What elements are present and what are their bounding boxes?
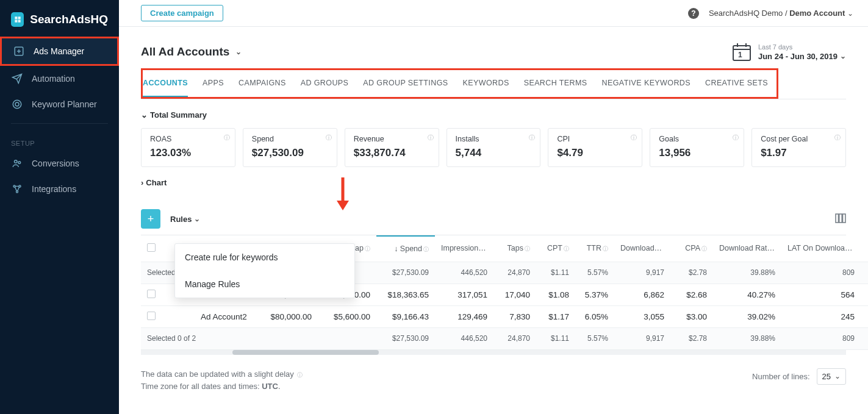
col-download-rate[interactable]: Download Rateⓘ xyxy=(713,236,781,262)
card-roas: ⓘROAS123.03% xyxy=(141,128,235,167)
row-checkbox[interactable] xyxy=(147,290,156,298)
col-spend[interactable]: ↓ Spendⓘ xyxy=(376,236,435,262)
info-icon[interactable]: ⓘ xyxy=(631,134,637,142)
card-revenue: ⓘRevenue$33,870.74 xyxy=(345,128,439,167)
chevron-down-icon: ⌄ xyxy=(834,372,841,380)
table-toolbar: + Rules ⌄ xyxy=(119,196,868,235)
col-ttr[interactable]: TTRⓘ xyxy=(575,236,614,262)
date-label: Last 7 days xyxy=(758,43,846,51)
chart-label: Chart xyxy=(146,178,167,187)
row-checkbox[interactable] xyxy=(147,312,156,320)
card-cost-per-goal: ⓘCost per Goal$1.97 xyxy=(751,128,846,167)
menu-create-rule-for-keywords[interactable]: Create rule for keywords xyxy=(175,244,354,271)
col-checkbox[interactable] xyxy=(141,236,168,262)
sidebar: SearchAdsHQ Ads Manager Automation Keywo… xyxy=(0,0,119,414)
divider xyxy=(11,123,108,124)
total-summary-label: Total Summary xyxy=(150,110,207,120)
tab-ad-group-settings[interactable]: AD GROUP SETTINGS xyxy=(363,77,448,97)
tab-accounts[interactable]: ACCOUNTS xyxy=(143,77,188,97)
page-title-dropdown[interactable]: All Ad Accounts ⌄ xyxy=(141,45,242,59)
info-icon[interactable]: ⓘ xyxy=(733,134,739,142)
row-name: Ad Account2 xyxy=(195,305,259,327)
chevron-down-icon: ⌄ xyxy=(141,110,148,120)
svg-rect-19 xyxy=(843,214,846,223)
chevron-down-icon: ⌄ xyxy=(235,48,242,56)
main: Create campaign ? SearchAdsHQ Demo / Dem… xyxy=(119,0,868,414)
calendar-icon: 1 xyxy=(731,41,752,62)
tab-apps[interactable]: APPS xyxy=(203,77,224,97)
sidebar-item-ads-manager[interactable]: Ads Manager xyxy=(2,38,117,64)
sidebar-item-label: Ads Manager xyxy=(34,46,84,56)
sidebar-item-label: Conversions xyxy=(32,159,79,168)
highlight-tabs: ACCOUNTS APPS CAMPAIGNS AD GROUPS AD GRO… xyxy=(141,68,778,99)
card-cpi: ⓘCPI$4.79 xyxy=(548,128,642,167)
info-icon[interactable]: ⓘ xyxy=(297,372,303,378)
card-installs: ⓘInstalls5,744 xyxy=(447,128,541,167)
table-summary-row-bottom: Selected 0 of 2 $27,530.09446,52024,870$… xyxy=(141,327,868,349)
col-taps[interactable]: Tapsⓘ xyxy=(493,236,536,262)
page-title: All Ad Accounts xyxy=(141,45,229,59)
info-icon[interactable]: ⓘ xyxy=(224,134,230,142)
rules-dropdown-button[interactable]: Rules ⌄ xyxy=(170,215,200,224)
total-summary-toggle[interactable]: ⌄ Total Summary xyxy=(141,110,846,120)
date-range-picker[interactable]: 1 Last 7 days Jun 24 - Jun 30, 2019⌄ xyxy=(731,41,846,62)
tab-search-terms[interactable]: SEARCH TERMS xyxy=(524,77,587,97)
tab-creative-sets[interactable]: CREATIVE SETS xyxy=(705,77,768,97)
svg-point-6 xyxy=(18,162,21,164)
paper-plane-icon xyxy=(11,73,23,84)
footer-timezone: UTC xyxy=(262,382,278,391)
info-icon[interactable]: ⓘ xyxy=(529,134,535,142)
col-cpa[interactable]: CPAⓘ xyxy=(670,236,713,262)
sidebar-item-automation[interactable]: Automation xyxy=(0,66,119,91)
plus-square-icon xyxy=(13,46,25,57)
chart-toggle[interactable]: › Chart xyxy=(141,178,846,187)
svg-point-5 xyxy=(15,160,18,163)
rules-dropdown-menu: Create rule for keywords Manage Rules xyxy=(174,243,355,298)
col-downloads[interactable]: Downloadsⓘ xyxy=(614,236,670,262)
sidebar-item-conversions[interactable]: Conversions xyxy=(0,151,119,176)
brand-icon xyxy=(11,12,24,27)
horizontal-scrollbar[interactable] xyxy=(141,350,846,355)
tab-campaigns[interactable]: CAMPAIGNS xyxy=(239,77,286,97)
card-goals: ⓘGoals13,956 xyxy=(650,128,744,167)
columns-icon[interactable] xyxy=(835,213,846,225)
add-button[interactable]: + xyxy=(141,209,160,229)
account-switcher[interactable]: SearchAdsHQ Demo / Demo Account ⌄ xyxy=(709,9,853,18)
users-icon xyxy=(11,158,23,169)
footer-note-1: The data can be updated with a slight de… xyxy=(141,369,294,379)
sidebar-item-label: Keyword Planner xyxy=(32,99,97,109)
col-impressions[interactable]: Impressionsⓘ xyxy=(435,236,493,262)
col-la[interactable]: LA xyxy=(861,236,868,262)
selected-label: Selected 0 of 2 xyxy=(141,327,259,349)
info-icon[interactable]: ⓘ xyxy=(834,134,841,142)
account-name: Demo Account xyxy=(789,9,845,18)
sidebar-item-label: Integrations xyxy=(32,184,76,194)
highlight-ads-manager: Ads Manager xyxy=(0,37,119,66)
help-icon[interactable]: ? xyxy=(688,8,699,19)
info-icon[interactable]: ⓘ xyxy=(428,134,434,142)
svg-rect-17 xyxy=(836,214,839,223)
target-icon xyxy=(11,99,23,110)
svg-marker-16 xyxy=(337,201,349,210)
sidebar-item-integrations[interactable]: Integrations xyxy=(0,176,119,202)
tab-keywords[interactable]: KEYWORDS xyxy=(463,77,509,97)
tab-ad-groups[interactable]: AD GROUPS xyxy=(301,77,349,97)
nodes-icon xyxy=(11,184,23,195)
lines-select[interactable]: 25 ⌄ xyxy=(817,368,846,385)
svg-text:1: 1 xyxy=(738,51,742,59)
col-cpt[interactable]: CPTⓘ xyxy=(536,236,575,262)
chevron-down-icon: ⌄ xyxy=(194,215,200,223)
svg-point-4 xyxy=(15,102,19,106)
col-lat-on-downloads[interactable]: LAT On Downloadsⓘ xyxy=(781,236,861,262)
sidebar-item-keyword-planner[interactable]: Keyword Planner xyxy=(0,91,119,117)
svg-point-3 xyxy=(13,100,21,109)
page-header: All Ad Accounts ⌄ 1 Last 7 days Jun 24 -… xyxy=(119,27,868,68)
table-row[interactable]: Ad Account2 $80,000.00$5,600.00$9,166.43… xyxy=(141,305,868,327)
create-campaign-button[interactable]: Create campaign xyxy=(141,5,223,21)
menu-manage-rules[interactable]: Manage Rules xyxy=(175,271,354,298)
info-icon[interactable]: ⓘ xyxy=(326,134,332,142)
brand: SearchAdsHQ xyxy=(0,9,119,37)
sidebar-item-label: Automation xyxy=(32,74,75,84)
tab-negative-keywords[interactable]: NEGATIVE KEYWORDS xyxy=(602,77,690,97)
date-range-value: Jun 24 - Jun 30, 2019 xyxy=(758,52,838,61)
